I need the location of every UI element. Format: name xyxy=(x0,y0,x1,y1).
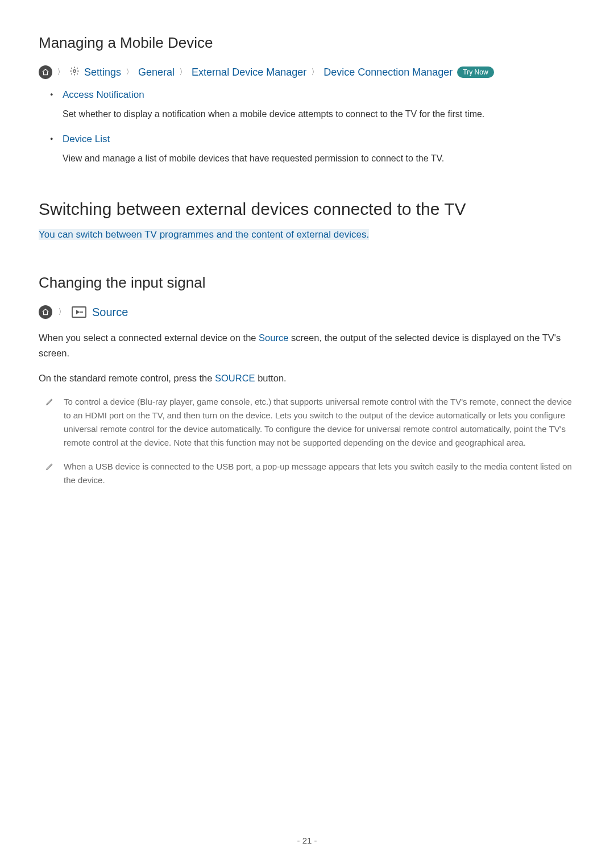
pencil-icon xyxy=(45,396,53,410)
chevron-icon: 〉 xyxy=(311,67,319,77)
para-remote-control: On the standard remote control, press th… xyxy=(39,371,575,386)
chevron-icon: 〉 xyxy=(57,67,65,77)
source-icon xyxy=(72,306,86,318)
page-number: - 21 - xyxy=(0,836,614,845)
home-icon xyxy=(39,305,52,319)
pencil-icon xyxy=(45,461,53,475)
text-span: When you select a connected external dev… xyxy=(39,333,259,343)
list-item: Device List View and manage a list of mo… xyxy=(63,134,575,165)
note-text: When a USB device is connected to the US… xyxy=(64,462,572,485)
breadcrumb-settings-path: 〉 Settings 〉 General 〉 External Device M… xyxy=(39,65,575,79)
try-now-badge[interactable]: Try Now xyxy=(457,67,493,78)
note-text: To control a device (Blu-ray player, gam… xyxy=(64,397,572,447)
para-source-screen: When you select a connected external dev… xyxy=(39,330,575,361)
gear-icon xyxy=(69,66,80,79)
intro-text: You can switch between TV programmes and… xyxy=(39,229,369,240)
list-item: Access Notification Set whether to displ… xyxy=(63,89,575,121)
option-title-access-notification[interactable]: Access Notification xyxy=(63,89,575,101)
text-span: On the standard remote control, press th… xyxy=(39,373,215,383)
svg-point-0 xyxy=(73,69,76,72)
chevron-icon: 〉 xyxy=(126,67,134,77)
option-desc: Set whether to display a notification wh… xyxy=(63,107,575,121)
link-source[interactable]: Source xyxy=(259,333,288,343)
options-list: Access Notification Set whether to displ… xyxy=(39,89,575,165)
option-desc: View and manage a list of mobile devices… xyxy=(63,152,575,165)
sub-heading-changing-input: Changing the input signal xyxy=(39,274,575,292)
crumb-external-device-manager[interactable]: External Device Manager xyxy=(192,67,306,78)
chevron-icon: 〉 xyxy=(179,67,187,77)
crumb-general[interactable]: General xyxy=(138,67,175,78)
crumb-settings[interactable]: Settings xyxy=(84,67,121,78)
notes-list: To control a device (Blu-ray player, gam… xyxy=(39,395,575,487)
breadcrumb-source: 〉 Source xyxy=(39,305,575,319)
section-heading-managing: Managing a Mobile Device xyxy=(39,34,575,52)
intro-block: You can switch between TV programmes and… xyxy=(39,227,575,242)
note-item: When a USB device is connected to the US… xyxy=(45,460,575,487)
note-item: To control a device (Blu-ray player, gam… xyxy=(45,395,575,450)
main-heading-switching: Switching between external devices conne… xyxy=(39,200,575,219)
link-source-button[interactable]: SOURCE xyxy=(215,373,255,383)
chevron-icon: 〉 xyxy=(58,307,66,317)
crumb-source[interactable]: Source xyxy=(92,306,128,319)
crumb-device-connection-manager[interactable]: Device Connection Manager xyxy=(323,67,453,78)
home-icon xyxy=(39,65,52,79)
text-span: button. xyxy=(255,373,287,383)
option-title-device-list[interactable]: Device List xyxy=(63,134,575,145)
